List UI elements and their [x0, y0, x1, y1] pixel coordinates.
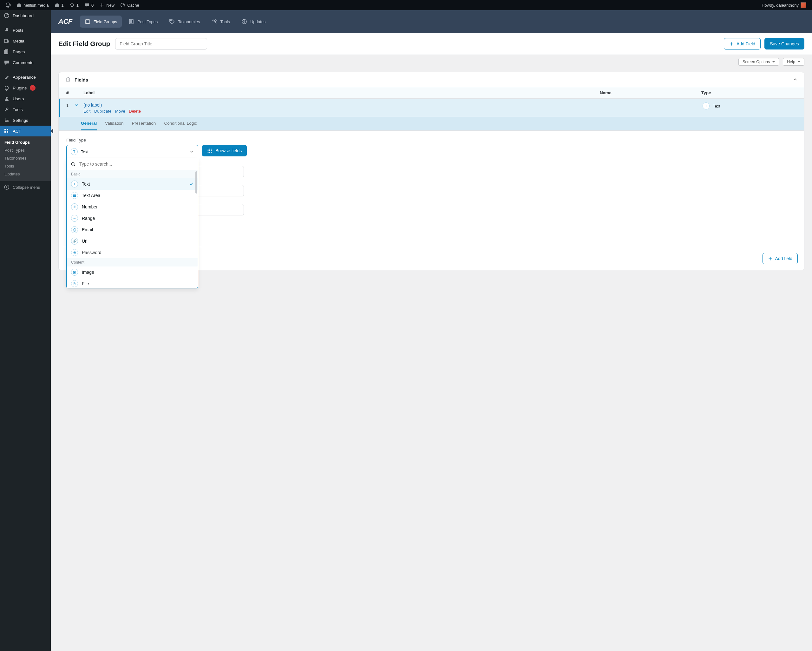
scrollbar[interactable]	[195, 171, 197, 194]
sidebar-item-label: Users	[13, 96, 24, 101]
field-type-select[interactable]: T Text	[66, 145, 198, 158]
site-link[interactable]: hellfish.media	[14, 0, 51, 10]
screen-options-toggle[interactable]: Screen Options	[739, 58, 779, 66]
sidebar-item-tools[interactable]: Tools	[0, 104, 51, 115]
brush-icon	[4, 74, 9, 80]
field-settings-body: Field Type T Text	[59, 131, 804, 223]
updates-count[interactable]: 1	[67, 0, 81, 10]
my-account[interactable]: Howdy, daleanthony	[759, 0, 809, 10]
site-count[interactable]: 1	[52, 0, 66, 10]
dropdown-option[interactable]: ⎘File	[67, 278, 198, 288]
comment-icon	[84, 3, 89, 8]
sidebar-item-users[interactable]: Users	[0, 93, 51, 104]
grid-icon	[207, 148, 212, 153]
submenu-item[interactable]: Field Groups	[0, 138, 51, 146]
caret-down-icon	[772, 61, 775, 64]
wp-admin-bar: hellfish.media 1 1 0 New Cache Howdy, da…	[0, 0, 812, 10]
new-content[interactable]: New	[97, 0, 117, 10]
duplicate-action[interactable]: Duplicate	[94, 109, 111, 113]
wp-logo[interactable]	[3, 0, 13, 10]
dropdown-search	[67, 158, 198, 170]
search-icon	[71, 162, 75, 167]
field-type-icon: T	[71, 180, 78, 188]
sidebar-item-plugins[interactable]: Plugins1	[0, 83, 51, 93]
gauge-icon	[120, 3, 125, 8]
dropdown-option[interactable]: ☰Text Area	[67, 190, 198, 201]
dropdown-list[interactable]: BasicTText☰Text Area#Number↔Range@Email🔗…	[67, 170, 198, 288]
add-field-button[interactable]: Add Field	[724, 38, 761, 49]
field-type-icon: #	[71, 203, 78, 210]
wrench-icon	[4, 107, 9, 112]
field-type-icon: ☰	[71, 192, 78, 199]
download-icon	[241, 19, 247, 24]
comments-count[interactable]: 0	[82, 0, 96, 10]
dropdown-option[interactable]: @Email	[67, 224, 198, 235]
acf-tab-taxonomies[interactable]: Taxonomies	[164, 15, 205, 28]
submenu-item[interactable]: Taxonomies	[0, 154, 51, 162]
edit-action[interactable]: Edit	[83, 109, 90, 113]
sidebar-item-settings[interactable]: Settings	[0, 115, 51, 125]
sidebar-item-posts[interactable]: Posts	[0, 25, 51, 35]
sidebar-item-label: Tools	[13, 107, 23, 112]
delete-action[interactable]: Delete	[129, 109, 141, 113]
help-toggle[interactable]: Help	[783, 58, 804, 66]
acf-submenu: Field GroupsPost TypesTaxonomiesToolsUpd…	[0, 136, 51, 181]
text-type-icon: T	[71, 148, 78, 155]
submenu-item[interactable]: Tools	[0, 162, 51, 170]
row-actions: Edit Duplicate Move Delete	[83, 109, 601, 113]
acf-tab-updates[interactable]: Updates	[237, 15, 270, 28]
sidebar-item-dashboard[interactable]: Dashboard	[0, 10, 51, 21]
dropdown-option[interactable]: ↔Range	[67, 212, 198, 224]
sliders-icon	[4, 118, 9, 123]
pages-icon	[4, 49, 9, 55]
cache-link[interactable]: Cache	[118, 0, 142, 10]
dropdown-option[interactable]: ❋Password	[67, 247, 198, 258]
acf-tab-field-groups[interactable]: Field Groups	[80, 15, 122, 28]
tab-validation[interactable]: Validation	[105, 117, 124, 130]
sidebar-item-label: Settings	[13, 118, 28, 123]
sidebar-item-acf[interactable]: ACF	[0, 125, 51, 136]
sidebar-item-label: Pages	[13, 49, 25, 54]
tab-conditional-logic[interactable]: Conditional Logic	[164, 117, 197, 130]
row-number: 1	[66, 103, 69, 108]
grid-icon	[4, 128, 9, 134]
field-type-icon: 🔗	[71, 238, 78, 245]
tab-general[interactable]: General	[81, 117, 97, 130]
sidebar-item-pages[interactable]: Pages	[0, 46, 51, 57]
collapse-menu[interactable]: Collapse menu	[0, 181, 51, 193]
field-type-icon: @	[71, 226, 78, 233]
dropdown-option[interactable]: ▣Image	[67, 266, 198, 278]
site-name: hellfish.media	[23, 3, 49, 8]
fields-panel-header[interactable]: Fields	[59, 72, 804, 87]
plug-icon	[4, 85, 9, 91]
update-badge: 1	[30, 85, 35, 91]
tab-presentation[interactable]: Presentation	[132, 117, 156, 130]
acf-tab-tools[interactable]: Tools	[207, 15, 235, 28]
post-icon	[128, 19, 134, 24]
dropdown-option[interactable]: TText	[67, 178, 198, 190]
browse-fields-button[interactable]: Browse fields	[202, 145, 247, 156]
sidebar-item-appearance[interactable]: Appearance	[0, 72, 51, 83]
column-label: Label	[83, 90, 600, 95]
dropdown-option[interactable]: 🔗Url	[67, 235, 198, 247]
move-action[interactable]: Move	[115, 109, 125, 113]
field-type-icon: ❋	[71, 249, 78, 256]
check-icon	[189, 182, 194, 186]
chevron-down-icon[interactable]	[74, 103, 79, 107]
dropdown-option[interactable]: #Number	[67, 201, 198, 212]
sidebar-item-label: Plugins	[13, 86, 27, 90]
save-changes-button[interactable]: Save Changes	[765, 38, 804, 49]
sidebar-item-label: Media	[13, 39, 24, 43]
dropdown-group-label: Basic	[67, 170, 198, 178]
sidebar-item-comments[interactable]: Comments	[0, 57, 51, 68]
field-group-title-input[interactable]	[115, 38, 207, 49]
dropdown-search-input[interactable]	[79, 161, 194, 167]
submenu-item[interactable]: Updates	[0, 170, 51, 178]
add-field-footer-button[interactable]: Add field	[763, 253, 798, 264]
sidebar-item-media[interactable]: Media	[0, 35, 51, 46]
field-row-handle[interactable]: 1	[66, 102, 83, 113]
sidebar-item-label: Comments	[13, 60, 33, 65]
submenu-item[interactable]: Post Types	[0, 146, 51, 154]
field-label-link[interactable]: (no label)	[83, 102, 102, 107]
acf-tab-post-types[interactable]: Post Types	[124, 15, 162, 28]
